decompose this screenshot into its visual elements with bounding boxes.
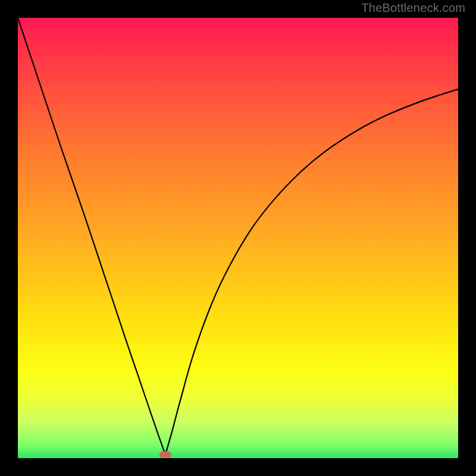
bottleneck-curve	[18, 18, 458, 458]
minimum-marker	[159, 452, 171, 458]
plot-area	[18, 18, 458, 458]
curve-left-branch	[18, 18, 165, 455]
curve-right-branch	[165, 89, 458, 455]
chart-frame: TheBottleneck.com	[0, 0, 476, 476]
attribution-label: TheBottleneck.com	[361, 1, 465, 15]
